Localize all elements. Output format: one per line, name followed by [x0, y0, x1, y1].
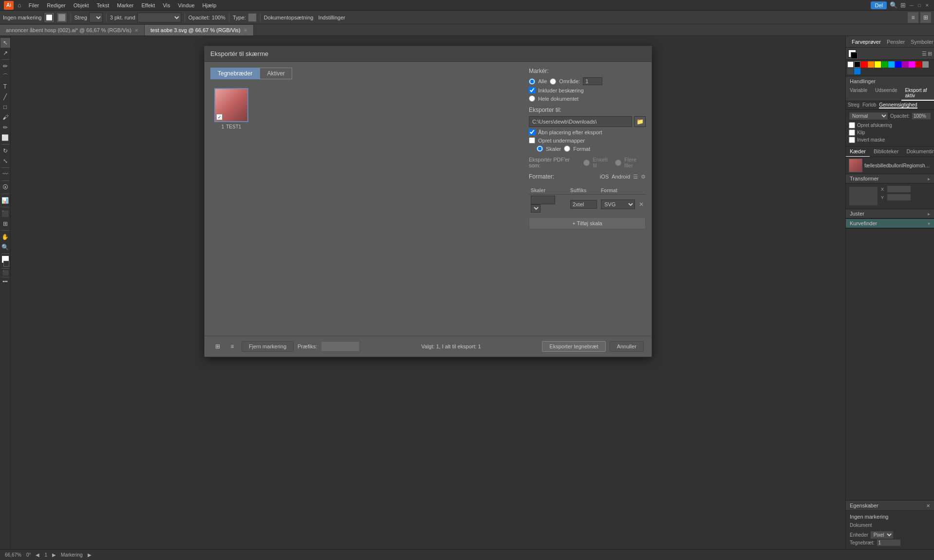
rotate-tool[interactable]: ↻: [0, 146, 10, 156]
format-remove-1[interactable]: ✕: [639, 201, 644, 208]
swatch-red[interactable]: [861, 61, 867, 68]
change-mode-btn[interactable]: ⬛: [2, 270, 8, 275]
path-input[interactable]: [529, 116, 632, 127]
y-input[interactable]: [887, 194, 911, 201]
swatch-azure[interactable]: [854, 68, 860, 74]
menu-hjaelp[interactable]: Hjælp: [199, 1, 220, 9]
format-radio[interactable]: [564, 145, 570, 152]
swatch-yellow[interactable]: [875, 61, 881, 68]
more-tools-btn[interactable]: •••: [2, 279, 8, 284]
omraade-radio[interactable]: [550, 78, 556, 85]
invert-maske-cb[interactable]: [849, 137, 855, 143]
gennemsigtighed-tab[interactable]: Gennemsigtighed: [879, 102, 917, 108]
format-list-icon[interactable]: ☰: [633, 174, 638, 180]
foreground-color[interactable]: [848, 49, 857, 58]
egenskaber-close-btn[interactable]: ✕: [926, 503, 930, 508]
flere-filer-radio[interactable]: [615, 160, 621, 166]
menu-home-icon[interactable]: ⌂: [18, 1, 21, 9]
swatch-white[interactable]: [847, 61, 854, 68]
skaler-input-1[interactable]: [531, 196, 555, 204]
swatch-darkred[interactable]: [915, 61, 922, 68]
direct-selection-tool[interactable]: ↗: [0, 48, 10, 58]
tab-test[interactable]: test aobe 3.svg @ 66,67 % (RGB/Vis) ✕: [145, 25, 254, 36]
artboard-check-1[interactable]: ✓: [216, 114, 223, 120]
pen-tool[interactable]: ✏: [0, 61, 10, 71]
stroke-select[interactable]: [89, 13, 103, 22]
tab-test-close[interactable]: ✕: [243, 28, 247, 33]
column-graph-tool[interactable]: 📊: [0, 196, 10, 205]
add-scale-btn[interactable]: + Tilføj skala: [529, 217, 646, 229]
swatch-grid-icon[interactable]: ⊞: [928, 51, 932, 57]
status-arrow-icon[interactable]: ▶: [88, 552, 92, 558]
swatch-blue[interactable]: [895, 61, 901, 68]
prev-page-btn[interactable]: ◀: [36, 552, 39, 558]
zoom-tool[interactable]: 🔍: [0, 242, 10, 252]
praefiks-input[interactable]: [321, 341, 360, 352]
artboard-thumb-1[interactable]: ✓: [214, 88, 248, 122]
format-select-1[interactable]: SVG PNG JPG PDF: [601, 199, 635, 209]
list-view-btn[interactable]: ≡: [227, 341, 238, 352]
close-button[interactable]: ✕: [924, 2, 930, 8]
enheder-select[interactable]: Pixel: [870, 531, 894, 539]
line-tool[interactable]: ╱: [0, 92, 10, 102]
swatch-green[interactable]: [881, 61, 888, 68]
format-grid-icon[interactable]: ⚙: [641, 174, 646, 180]
type-swatch[interactable]: [248, 13, 257, 22]
fill-color-swatch[interactable]: [56, 12, 67, 23]
kurvefinder-header[interactable]: Kurvefinder ▾: [846, 219, 934, 228]
forlob-tab[interactable]: Forlob: [862, 102, 876, 108]
tab-pensler[interactable]: Pensler: [884, 38, 908, 46]
tab-biblioteker[interactable]: Biblioteker: [870, 146, 902, 157]
sub-tab-eksport[interactable]: Eksport af aktiv: [901, 86, 934, 101]
eraser-tool[interactable]: ⬜: [0, 133, 10, 143]
inkluder-checkbox[interactable]: [529, 87, 535, 93]
menu-filer[interactable]: Filer: [25, 1, 42, 9]
artboard-tool[interactable]: ⬛: [0, 209, 10, 218]
toggle-panels-btn[interactable]: ≡: [908, 12, 918, 23]
tab-farveproever[interactable]: Farveprøver: [849, 38, 884, 46]
menu-tekst[interactable]: Tekst: [93, 1, 113, 9]
swatch-darkgray[interactable]: [847, 68, 854, 74]
stroke-swatch-tool[interactable]: [3, 261, 9, 267]
juster-header[interactable]: Juster ▸: [846, 209, 934, 218]
hand-tool[interactable]: ✋: [0, 232, 10, 242]
menu-rediger[interactable]: Rediger: [43, 1, 69, 9]
tab-annoncer-close[interactable]: ✕: [134, 28, 138, 33]
eksporter-btn[interactable]: Eksporter tegnebræt: [542, 341, 605, 352]
settings-btn[interactable]: Indstillinger: [318, 15, 345, 20]
fjern-markering-btn[interactable]: Fjern markering: [242, 341, 294, 352]
menu-effekt[interactable]: Effekt: [138, 1, 159, 9]
tab-dokumentinfo[interactable]: Dokumentinfo: [902, 146, 934, 157]
menu-objekt[interactable]: Objekt: [70, 1, 93, 9]
share-button[interactable]: Del: [871, 1, 887, 9]
size-select[interactable]: [137, 13, 181, 22]
doc-settings-btn[interactable]: Dokumentopsætning: [264, 15, 314, 20]
transformer-header[interactable]: Transformer ▸: [846, 174, 934, 183]
sub-tab-udseende[interactable]: Udseende: [871, 86, 901, 101]
opret-checkbox[interactable]: [529, 137, 535, 144]
swatch-purple[interactable]: [902, 61, 908, 68]
warp-tool[interactable]: 〰: [0, 169, 10, 179]
slice-tool[interactable]: ⊞: [0, 219, 10, 229]
suffiks-input-1[interactable]: [570, 200, 597, 209]
type-tool[interactable]: T: [0, 82, 10, 91]
grid-view-btn[interactable]: ⊞: [212, 341, 223, 352]
streg-tab[interactable]: Streg: [848, 102, 859, 108]
menu-marker[interactable]: Marker: [113, 1, 137, 9]
tab-symboler[interactable]: Symboler: [908, 38, 934, 46]
alle-radio[interactable]: [529, 78, 535, 85]
tab-kaeder[interactable]: Kæder: [846, 146, 870, 157]
maximize-button[interactable]: □: [916, 2, 922, 8]
kaeder-item-1[interactable]: fællesbilledbullonIRegiomshospitalHorse.…: [846, 157, 934, 174]
paintbrush-tool[interactable]: 🖌: [0, 112, 10, 122]
enkelt-fil-radio[interactable]: [583, 160, 590, 166]
opret-afskaering-cb[interactable]: [849, 122, 855, 128]
tab-tegnebreadere[interactable]: Tegnebræder: [210, 68, 260, 79]
blend-mode-select[interactable]: Normal: [849, 112, 888, 120]
hele-dok-radio[interactable]: [529, 95, 535, 102]
curvature-tool[interactable]: ⌒: [0, 72, 10, 81]
selection-tool[interactable]: ↖: [0, 38, 10, 48]
annuller-btn[interactable]: Annuller: [610, 341, 644, 352]
omraade-input[interactable]: [583, 77, 602, 85]
grid-view-icon[interactable]: ⊞: [900, 1, 906, 9]
